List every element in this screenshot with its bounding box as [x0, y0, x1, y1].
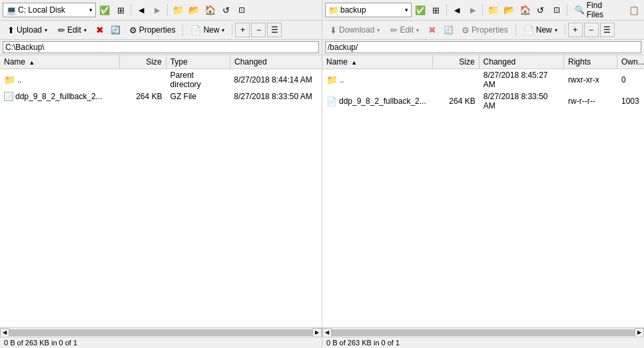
- left-row-file1[interactable]: 📄 ddp_9_8_2_fullback_2... 264 KB GZ File…: [0, 90, 322, 102]
- left-address-bar: C:\Backup\: [0, 40, 322, 55]
- right-scrollbar-thumb[interactable]: [332, 330, 634, 335]
- left-file0-changed: 8/27/2018 8:44:14 AM: [230, 75, 322, 85]
- left-toolbar-icon1[interactable]: ✅: [97, 3, 112, 17]
- left-col-name[interactable]: Name ▲: [0, 55, 120, 69]
- upload-icon: ⬆: [7, 25, 15, 35]
- left-forward-btn[interactable]: ▶: [150, 3, 164, 17]
- left-expand-btn[interactable]: +: [235, 23, 250, 37]
- right-file0-rights: rwxr-xr-x: [564, 75, 617, 85]
- left-home-btn[interactable]: 🏠: [202, 3, 217, 17]
- right-refresh-btn[interactable]: ↺: [533, 3, 548, 17]
- left-file1-name: ddp_9_8_2_fullback_2...: [15, 92, 103, 101]
- left-row-parent[interactable]: 📁 .. Parent directory 8/27/2018 8:44:14 …: [0, 69, 322, 90]
- right-col-name[interactable]: Name ▲: [322, 55, 433, 69]
- right-scroll-right[interactable]: ▶: [635, 328, 644, 337]
- left-hscrollbar[interactable]: ◀ ▶: [0, 327, 322, 337]
- find-files-btn[interactable]: 🔍 Find Files: [570, 2, 626, 18]
- right-edit-dropdown-arrow: ▾: [416, 27, 419, 33]
- right-new-folder-btn[interactable]: 📁: [485, 3, 500, 17]
- left-col-size[interactable]: Size: [120, 55, 166, 69]
- right-hscrollbar[interactable]: ◀ ▶: [322, 327, 644, 337]
- sep8: [515, 24, 516, 36]
- right-expand-btn[interactable]: +: [568, 23, 583, 37]
- right-col-rights[interactable]: Rights: [564, 55, 617, 69]
- upload-label: Upload: [17, 25, 42, 35]
- left-edit-btn[interactable]: ✏ Edit ▾: [53, 22, 91, 38]
- parent-folder-icon: 📁: [4, 75, 15, 85]
- left-refresh-btn[interactable]: ↺: [218, 3, 233, 17]
- left-properties-btn[interactable]: ⚙ Properties: [125, 22, 180, 38]
- right-properties-btn[interactable]: ⚙ Properties: [457, 22, 513, 38]
- right-edit-label: Edit: [400, 25, 414, 35]
- sep5: [567, 4, 567, 16]
- left-properties-icon: ⚙: [129, 25, 137, 35]
- left-scroll-left[interactable]: ◀: [0, 328, 9, 337]
- right-scrollbar-track[interactable]: [332, 329, 635, 336]
- right-delete-btn[interactable]: ✖: [425, 23, 440, 37]
- right-collapse-btn[interactable]: −: [584, 23, 599, 37]
- left-file1-type: GZ File: [166, 91, 230, 102]
- right-sync2-btn[interactable]: 🔄: [441, 23, 456, 37]
- left-col-changed[interactable]: Changed: [230, 55, 322, 69]
- right-row-parent[interactable]: 📁 .. 8/27/2018 8:45:27 AM rwxr-xr-x 0: [322, 69, 644, 90]
- left-toolbar-icon2[interactable]: ⊞: [113, 3, 128, 17]
- left-location-dropdown[interactable]: 💻 C: Local Disk ▾: [3, 3, 96, 17]
- left-sync2-btn[interactable]: 🔄: [109, 23, 123, 37]
- right-new-btn[interactable]: 📄 New ▾: [519, 22, 562, 38]
- right-bookmark-folder-btn[interactable]: 📂: [501, 3, 516, 17]
- right-back-btn[interactable]: ◀: [450, 3, 464, 17]
- right-location-dropdown[interactable]: 📁 backup ▾: [325, 3, 412, 17]
- right-edit-btn[interactable]: ✏ Edit ▾: [386, 22, 424, 38]
- right-toolbar-icon2[interactable]: ⊞: [429, 3, 444, 17]
- left-status: 0 B of 263 KB in 0 of 1: [0, 337, 322, 348]
- right-folder-icon-loc: 📁: [328, 5, 339, 15]
- right-extra-icon[interactable]: 📋: [627, 3, 641, 17]
- right-col-changed[interactable]: Changed: [480, 55, 564, 69]
- left-delete-btn[interactable]: ✖: [93, 23, 107, 37]
- right-file-list[interactable]: 📁 .. 8/27/2018 8:45:27 AM rwxr-xr-x 0 📄 …: [322, 69, 644, 327]
- sep4: [482, 4, 483, 16]
- right-home-btn[interactable]: 🏠: [517, 3, 532, 17]
- right-col-size[interactable]: Size: [433, 55, 480, 69]
- left-scrollbar-track[interactable]: [9, 329, 312, 336]
- right-forward-btn[interactable]: ▶: [466, 3, 480, 17]
- left-file-list[interactable]: 📁 .. Parent directory 8/27/2018 8:44:14 …: [0, 69, 322, 327]
- left-column-headers: Name ▲ Size Type Changed: [0, 55, 322, 69]
- left-scrollbar-thumb[interactable]: [10, 330, 312, 335]
- left-sync-btn[interactable]: ⊡: [234, 3, 249, 17]
- left-view-btn[interactable]: ☰: [267, 23, 282, 37]
- right-scroll-left[interactable]: ◀: [322, 328, 332, 337]
- left-col-type[interactable]: Type: [166, 55, 230, 69]
- left-bookmark-folder-btn[interactable]: 📂: [186, 3, 201, 17]
- right-parent-folder-icon: 📁: [326, 75, 338, 85]
- left-sort-arrow: ▲: [29, 59, 35, 66]
- sep3: [446, 4, 447, 16]
- right-new-dropdown-arrow: ▾: [555, 27, 557, 33]
- left-location-label: C: Local Disk: [18, 5, 88, 15]
- left-scroll-right[interactable]: ▶: [312, 328, 322, 337]
- left-location-dropdown-arrow: ▾: [89, 7, 93, 13]
- right-sort-arrow: ▲: [351, 59, 357, 66]
- right-file1-owner: 1003: [617, 96, 644, 106]
- file1-icon: 📄: [4, 92, 13, 101]
- sep1: [131, 4, 131, 16]
- right-file0-name: ..: [340, 75, 344, 85]
- upload-dropdown-arrow: ▾: [45, 27, 47, 33]
- left-file0-size: [120, 79, 166, 81]
- left-address-input[interactable]: C:\Backup\: [3, 41, 319, 53]
- right-properties-icon: ⚙: [462, 25, 470, 35]
- right-toolbar-icon1[interactable]: ✅: [413, 3, 428, 17]
- right-row-file1[interactable]: 📄 ddp_9_8_2_fullback_2... 264 KB 8/27/20…: [322, 90, 644, 112]
- left-new-folder-btn[interactable]: 📁: [170, 3, 185, 17]
- upload-btn[interactable]: ⬆ Upload ▾: [3, 22, 52, 38]
- right-sync-btn[interactable]: ⊡: [549, 3, 564, 17]
- right-file0-size: [433, 79, 480, 81]
- right-view-btn[interactable]: ☰: [600, 23, 615, 37]
- right-location-label: backup: [340, 5, 404, 15]
- right-address-input[interactable]: /backup/: [325, 41, 641, 53]
- left-new-btn[interactable]: 📄 New ▾: [186, 22, 229, 38]
- download-btn[interactable]: ⬇ Download ▾: [325, 22, 384, 38]
- right-col-owner[interactable]: Own...: [617, 55, 644, 69]
- left-collapse-btn[interactable]: −: [251, 23, 266, 37]
- left-back-btn[interactable]: ◀: [134, 3, 149, 17]
